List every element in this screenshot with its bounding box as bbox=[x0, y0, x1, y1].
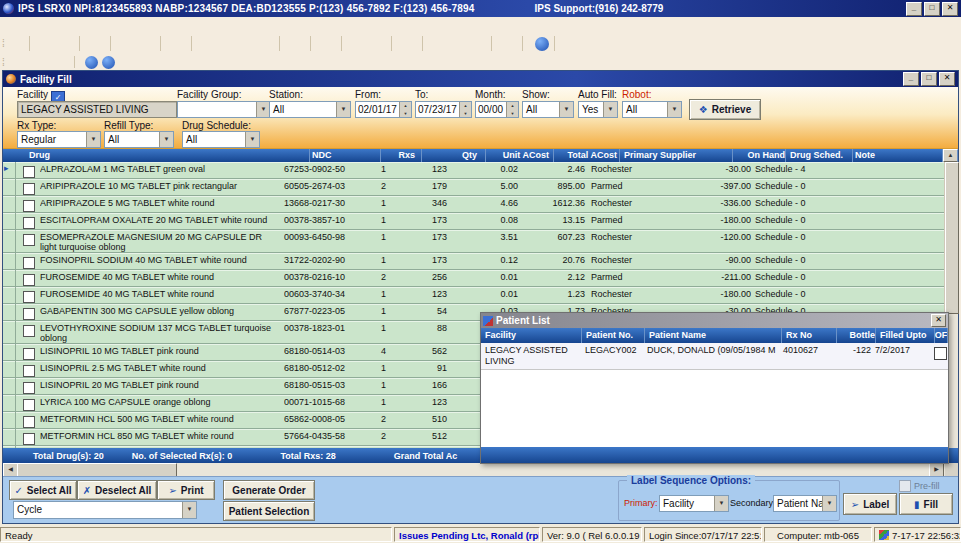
scrollbar-thumb[interactable] bbox=[17, 463, 177, 477]
patient-selection-button[interactable]: Patient Selection bbox=[223, 501, 315, 521]
column-header-unit-acost[interactable]: Unit ACost bbox=[486, 149, 554, 162]
row-selector-gutter[interactable] bbox=[3, 361, 16, 377]
spinner-buttons[interactable]: ▲▼ bbox=[459, 102, 471, 117]
column-header-primary-supplier[interactable]: Primary Supplier bbox=[620, 149, 733, 162]
refresh-icon[interactable] bbox=[85, 56, 98, 69]
chevron-down-icon[interactable]: ▼ bbox=[245, 132, 259, 147]
row-checkbox[interactable] bbox=[23, 166, 35, 178]
table-row[interactable]: FUROSEMIDE 40 MG TABLET white round 0037… bbox=[3, 270, 944, 287]
table-row[interactable]: ARIPIPRAZOLE 10 MG TABLET pink rectangul… bbox=[3, 179, 944, 196]
ofp-checkbox[interactable] bbox=[934, 347, 947, 360]
window-maximize-button[interactable]: □ bbox=[921, 72, 937, 86]
row-checkbox[interactable] bbox=[23, 382, 35, 394]
print-button[interactable]: ➢Print bbox=[157, 480, 215, 500]
chevron-down-icon[interactable]: ▼ bbox=[86, 132, 100, 147]
column-header-filled-upto[interactable]: Filled Upto bbox=[876, 328, 935, 343]
row-checkbox[interactable] bbox=[23, 325, 35, 337]
pre-fill-checkbox[interactable]: Pre-fill bbox=[899, 480, 940, 492]
column-header-ndc[interactable]: NDC bbox=[310, 149, 381, 162]
row-selector-gutter[interactable] bbox=[3, 412, 16, 428]
row-selector-gutter[interactable] bbox=[3, 395, 16, 411]
spinner-buttons[interactable]: ▲▼ bbox=[506, 102, 518, 117]
column-header-ofp[interactable]: OFP bbox=[935, 328, 948, 343]
row-selector-gutter[interactable] bbox=[3, 378, 16, 394]
rx-type-select[interactable]: Regular▼ bbox=[17, 131, 101, 148]
menu-item[interactable] bbox=[112, 17, 128, 33]
row-selector-gutter[interactable] bbox=[3, 287, 16, 303]
row-checkbox[interactable] bbox=[23, 399, 35, 411]
billing-icon[interactable] bbox=[170, 35, 189, 52]
chevron-down-icon[interactable]: ▼ bbox=[667, 102, 681, 117]
group-icon[interactable] bbox=[39, 35, 58, 52]
stop-icon[interactable] bbox=[102, 56, 115, 69]
column-header-bottle[interactable]: Bottle bbox=[837, 328, 876, 343]
app-minimize-button[interactable]: _ bbox=[906, 2, 922, 16]
row-selector-gutter[interactable] bbox=[3, 253, 16, 269]
rx-fill-icon[interactable] bbox=[120, 35, 139, 52]
menu-item[interactable] bbox=[80, 17, 96, 33]
row-selector-gutter[interactable] bbox=[3, 270, 16, 286]
row-checkbox[interactable] bbox=[23, 348, 35, 360]
window-close-button[interactable]: ✕ bbox=[939, 72, 955, 86]
binoculars-icon[interactable] bbox=[320, 35, 339, 52]
notes-icon[interactable] bbox=[432, 35, 451, 52]
menu-item[interactable] bbox=[64, 17, 80, 33]
table-row[interactable]: FOSINOPRIL SODIUM 40 MG TABLET white rou… bbox=[3, 253, 944, 270]
table-row[interactable]: ARIPIPRAZOLE 5 MG TABLET white round 136… bbox=[3, 196, 944, 213]
clipboard-search-icon[interactable] bbox=[401, 35, 420, 52]
chevron-down-icon[interactable]: ▼ bbox=[559, 102, 573, 117]
scrollbar-thumb[interactable] bbox=[945, 162, 959, 314]
row-selector-gutter[interactable] bbox=[3, 304, 16, 320]
patient-row[interactable]: LEGACY ASSISTED LIVING LEGACY002 DUCK, D… bbox=[481, 343, 948, 370]
row-checkbox[interactable] bbox=[23, 200, 35, 212]
row-checkbox[interactable] bbox=[23, 433, 35, 445]
label-button[interactable]: ➢Label bbox=[843, 493, 897, 515]
help-icon[interactable] bbox=[535, 37, 549, 51]
generate-order-button[interactable]: Generate Order bbox=[223, 480, 315, 500]
drug-schedule-select[interactable]: All▼ bbox=[182, 131, 260, 148]
scroll-up-icon[interactable]: ▲ bbox=[943, 149, 958, 162]
row-selector-gutter[interactable] bbox=[3, 196, 16, 212]
statement-icon[interactable] bbox=[451, 35, 470, 52]
facility-field[interactable]: LEGACY ASSISTED LIVING bbox=[17, 101, 177, 118]
status-issues-pending[interactable]: Issues Pending Ltc, Ronald (rph) bbox=[394, 527, 540, 542]
refill-type-select[interactable]: All▼ bbox=[104, 131, 174, 148]
calculator-icon[interactable] bbox=[470, 35, 489, 52]
month-field[interactable]: 00/00 ▲▼ bbox=[475, 101, 519, 118]
send-icon[interactable] bbox=[351, 35, 370, 52]
row-selector-gutter[interactable] bbox=[3, 321, 16, 343]
column-header-total-acost[interactable]: Total ACost bbox=[554, 149, 620, 162]
chevron-down-icon[interactable]: ▼ bbox=[182, 502, 196, 518]
phone-icon[interactable] bbox=[89, 35, 108, 52]
row-selector-gutter[interactable] bbox=[3, 230, 16, 252]
facility-search-icon[interactable] bbox=[201, 35, 220, 52]
table-row[interactable]: ESCITALOPRAM OXALATE 20 MG TABLET white … bbox=[3, 213, 944, 230]
show-select[interactable]: All▼ bbox=[522, 101, 574, 118]
pharmacy-home-icon[interactable] bbox=[58, 35, 77, 52]
menu-item[interactable] bbox=[0, 17, 16, 33]
column-header-patient-name[interactable]: Patient Name bbox=[645, 328, 782, 343]
row-checkbox[interactable] bbox=[23, 274, 35, 286]
horizontal-scrollbar[interactable]: ◀ ▶ bbox=[3, 463, 958, 476]
logout-icon[interactable] bbox=[564, 35, 583, 52]
spinner-buttons[interactable]: ▲▼ bbox=[399, 102, 411, 117]
station-select[interactable]: All▼ bbox=[269, 101, 351, 118]
rx-refill-icon[interactable] bbox=[139, 35, 158, 52]
column-header-rxs[interactable]: Rxs bbox=[381, 149, 422, 162]
app-maximize-button[interactable]: □ bbox=[924, 2, 940, 16]
chevron-down-icon[interactable]: ▼ bbox=[256, 102, 270, 117]
row-selector-gutter[interactable] bbox=[3, 344, 16, 360]
table-row[interactable]: FUROSEMIDE 40 MG TABLET white round 0060… bbox=[3, 287, 944, 304]
row-selector-gutter[interactable] bbox=[3, 446, 16, 448]
next-record-icon[interactable] bbox=[40, 56, 56, 69]
row-checkbox[interactable] bbox=[23, 365, 35, 377]
patient-list-close-button[interactable]: ✕ bbox=[931, 314, 946, 327]
table-row[interactable]: ESOMEPRAZOLE MAGNESIUM 20 MG CAPSULE DR … bbox=[3, 230, 944, 253]
primary-select[interactable]: Facility▼ bbox=[659, 495, 729, 512]
chevron-down-icon[interactable]: ▼ bbox=[603, 102, 617, 117]
menu-item[interactable] bbox=[48, 17, 64, 33]
secondary-select[interactable]: Patient Name▼ bbox=[773, 495, 837, 512]
auto-fill-select[interactable]: Yes▼ bbox=[578, 101, 618, 118]
fill-doc-icon[interactable] bbox=[239, 35, 258, 52]
window-minimize-button[interactable]: _ bbox=[903, 72, 919, 86]
